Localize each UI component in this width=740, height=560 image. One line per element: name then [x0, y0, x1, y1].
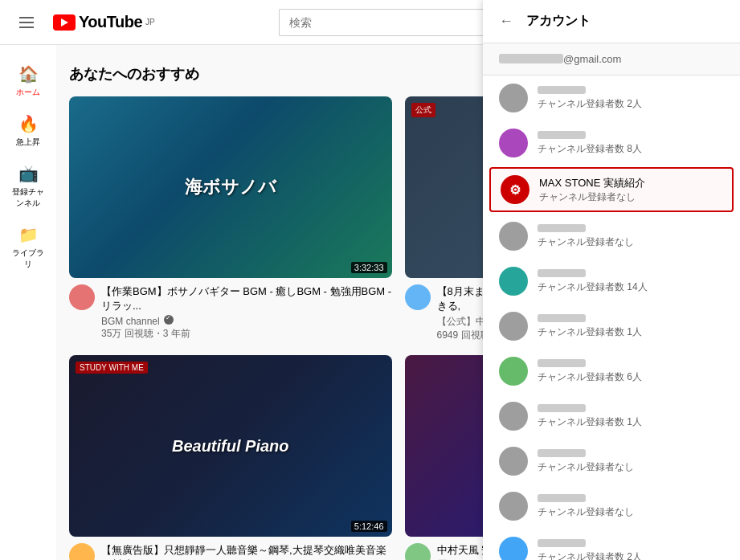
- account-info: ████ チャンネル登録者数 2人: [538, 85, 724, 111]
- thumbnail-text: Beautiful Piano: [172, 435, 289, 456]
- account-name: ████: [538, 538, 724, 550]
- account-name-maxstone: MAX STONE 実績紹介: [539, 176, 722, 190]
- header-left: YouTubeJP: [13, 10, 155, 35]
- account-avatar: [499, 267, 528, 296]
- account-info: ████ チャンネル登録者なし: [538, 448, 724, 474]
- account-avatar: [499, 357, 528, 386]
- account-name: ████: [538, 85, 724, 97]
- account-item[interactable]: ████ チャンネル登録者なし: [483, 439, 740, 484]
- blurred-name: ████: [538, 539, 586, 547]
- account-avatar-maxstone: ⚙: [501, 175, 529, 204]
- video-title: 【作業BGM】ボサノバギター BGM - 癒しBGM - 勉強用BGM - リラ…: [101, 284, 392, 313]
- video-title: 【無廣告版】只想靜靜一人聽音樂～鋼琴,大提琴交織唯美音楽 ❤ 讀書...: [101, 543, 392, 560]
- panel-header: ← アカウント: [483, 0, 740, 43]
- account-item[interactable]: ████ チャンネル登録者数 1人: [483, 394, 740, 439]
- library-icon: 📁: [18, 225, 39, 244]
- sidebar-item-library[interactable]: 📁 ライブラリ: [2, 219, 54, 276]
- blurred-name: ████: [538, 404, 586, 412]
- account-item[interactable]: ████ チャンネル登録者数 8人: [483, 121, 740, 166]
- account-item[interactable]: ████ チャンネル登録者数 1人: [483, 304, 740, 349]
- account-item[interactable]: ████ チャンネル登録者数 6人: [483, 349, 740, 394]
- account-subs: チャンネル登録者数 6人: [538, 370, 724, 384]
- account-item[interactable]: ████ チャンネル登録者なし: [483, 214, 740, 259]
- channel-avatar: [69, 543, 95, 560]
- video-card[interactable]: STUDY WITH ME Beautiful Piano 5:12:46 【無…: [69, 355, 392, 560]
- blurred-name: ████: [538, 449, 586, 457]
- account-item[interactable]: ████ チャンネル登録者なし: [483, 484, 740, 529]
- account-subs: チャンネル登録者数 2人: [538, 97, 724, 111]
- account-name: ████: [538, 313, 724, 325]
- account-avatar: [499, 312, 528, 341]
- blurred-name: ████: [538, 314, 586, 322]
- account-info: ████ チャンネル登録者数 1人: [538, 313, 724, 339]
- account-item[interactable]: ████ チャンネル登録者数 2人: [483, 529, 740, 560]
- account-item[interactable]: ████ チャンネル登録者数 14人: [483, 259, 740, 304]
- video-duration: 5:12:46: [351, 521, 387, 532]
- account-subs: チャンネル登録者数 1人: [538, 415, 724, 429]
- blurred-name: ████: [538, 224, 586, 232]
- blurred-email: ████████: [499, 54, 563, 63]
- account-info-maxstone: MAX STONE 実績紹介 チャンネル登録者なし: [539, 176, 722, 204]
- video-meta: 【無廣告版】只想靜靜一人聽音樂～鋼琴,大提琴交織唯美音楽 ❤ 讀書... Stu…: [101, 543, 392, 560]
- account-subs-maxstone: チャンネル登録者なし: [539, 190, 722, 204]
- blurred-name: ████: [538, 359, 586, 367]
- account-name: ████: [538, 358, 724, 370]
- sidebar-item-trending[interactable]: 🔥 急上昇: [2, 108, 54, 154]
- blurred-name: ████: [538, 494, 586, 502]
- sidebar-item-subscriptions[interactable]: 📺 登録チャンネル: [2, 157, 54, 215]
- video-meta: 【作業BGM】ボサノバギター BGM - 癒しBGM - 勉強用BGM - リラ…: [101, 284, 392, 341]
- account-avatar: [499, 492, 528, 521]
- account-item-maxstone[interactable]: ⚙ MAX STONE 実績紹介 チャンネル登録者なし: [489, 167, 734, 212]
- sidebar-label-library: ライブラリ: [10, 247, 46, 270]
- gmail-suffix: @gmail.com: [563, 53, 621, 65]
- thumbnail-text: 海ボサノバ: [185, 176, 276, 199]
- channel-avatar: [69, 284, 95, 310]
- account-avatar: [499, 537, 528, 560]
- back-button[interactable]: ←: [499, 13, 513, 30]
- account-subs: チャンネル登録者なし: [538, 505, 724, 519]
- account-info: ████ チャンネル登録者数 2人: [538, 538, 724, 560]
- blurred-name: ████: [538, 86, 586, 94]
- account-subs: チャンネル登録者数 2人: [538, 550, 724, 560]
- hamburger-menu[interactable]: [13, 10, 40, 35]
- account-list: ████ チャンネル登録者数 2人 ████ チャンネル登録者数 8人 ⚙ MA…: [483, 76, 740, 560]
- account-subs: チャンネル登録者なし: [538, 460, 724, 474]
- subscriptions-icon: 📺: [18, 164, 39, 183]
- account-name: ████: [538, 268, 724, 280]
- account-panel: ← アカウント ████████@gmail.com ████ チャンネル登録者…: [483, 0, 740, 560]
- account-info: ████ チャンネル登録者数 8人: [538, 130, 724, 156]
- account-subs: チャンネル登録者数 8人: [538, 142, 724, 156]
- verified-icon: [164, 315, 174, 325]
- account-info: ████ チャンネル登録者なし: [538, 493, 724, 519]
- blurred-name: ████: [538, 269, 586, 277]
- account-avatar: [499, 84, 528, 112]
- video-thumbnail: STUDY WITH ME Beautiful Piano 5:12:46: [69, 355, 392, 537]
- youtube-logo-icon: [53, 14, 76, 31]
- video-info: 【作業BGM】ボサノバギター BGM - 癒しBGM - 勉強用BGM - リラ…: [69, 278, 392, 341]
- account-avatar: [499, 447, 528, 476]
- channel-avatar: [405, 543, 431, 560]
- account-name: ████: [538, 448, 724, 460]
- sidebar: 🏠 ホーム 🔥 急上昇 📺 登録チャンネル 📁 ライブラリ: [0, 45, 56, 560]
- account-avatar: [499, 129, 528, 157]
- account-info: ████ チャンネル登録者数 1人: [538, 403, 724, 429]
- video-card[interactable]: 海ボサノバ 3:32:33 【作業BGM】ボサノバギター BGM - 癒しBGM…: [69, 96, 392, 342]
- video-stats: 35万 回視聴・3 年前: [101, 327, 392, 341]
- sidebar-label-trending: 急上昇: [16, 137, 40, 148]
- logo-jp: JP: [145, 18, 155, 27]
- sidebar-label-home: ホーム: [16, 87, 40, 98]
- video-channel: BGM channel: [101, 315, 392, 327]
- logo[interactable]: YouTubeJP: [53, 13, 155, 31]
- account-subs: チャンネル登録者数 1人: [538, 325, 724, 339]
- video-thumbnail: 海ボサノバ 3:32:33: [69, 96, 392, 278]
- video-info: 【無廣告版】只想靜靜一人聽音樂～鋼琴,大提琴交織唯美音楽 ❤ 讀書... Stu…: [69, 537, 392, 560]
- thumb-label: 公式: [411, 103, 435, 117]
- gmail-row: ████████@gmail.com: [483, 43, 740, 76]
- account-item[interactable]: ████ チャンネル登録者数 2人: [483, 76, 740, 121]
- account-subs: チャンネル登録者数 14人: [538, 280, 724, 294]
- video-duration: 3:32:33: [351, 262, 387, 273]
- sidebar-label-subscriptions: 登録チャンネル: [10, 186, 46, 209]
- account-subs: チャンネル登録者なし: [538, 235, 724, 249]
- sidebar-item-home[interactable]: 🏠 ホーム: [2, 58, 54, 104]
- blurred-name: ████: [538, 131, 586, 139]
